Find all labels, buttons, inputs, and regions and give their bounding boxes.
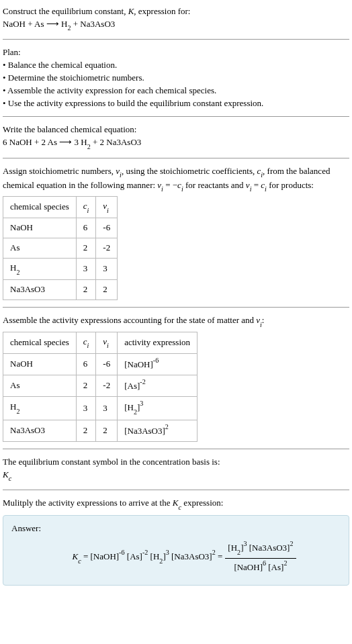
eq-text: [As] xyxy=(125,552,142,562)
table-row: NaOH 6 -6 [NaOH]-6 xyxy=(3,353,197,375)
col-species: chemical species xyxy=(3,332,77,353)
eq-text: = [NaOH] xyxy=(81,552,119,562)
act-exp: 2 xyxy=(165,423,169,430)
plan-header: Plan: xyxy=(3,46,349,59)
cell-v: -6 xyxy=(96,218,118,238)
cell-activity: [NaOH]-6 xyxy=(118,353,197,375)
Kc-K: K xyxy=(3,469,9,479)
act-exp: -6 xyxy=(153,357,159,364)
fraction-numerator: [H2]3 [Na3AsO3]2 xyxy=(225,541,296,559)
unbalanced-equation-b: + Na3AsO3 xyxy=(71,19,115,29)
eq-symbol-text: The equilibrium constant symbol in the c… xyxy=(3,456,349,469)
i-sub: i xyxy=(120,171,122,179)
exp: -2 xyxy=(142,549,148,556)
fraction-denominator: [NaOH]6 [As]2 xyxy=(231,559,290,574)
stoich-table: chemical species ci νi NaOH 6 -6 As 2 -2… xyxy=(3,196,118,300)
question-prompt: Construct the equilibrium constant, K, e… xyxy=(3,5,349,32)
col-c: ci xyxy=(76,332,96,353)
table-header-row: chemical species ci νi activity expressi… xyxy=(3,332,197,353)
balanced-eq-b: + 2 Na3AsO3 xyxy=(91,137,142,147)
balanced-section: Write the balanced chemical equation: 6 … xyxy=(3,124,349,150)
header-sub: i xyxy=(87,207,89,214)
Kc-c: c xyxy=(9,475,12,482)
exp: 2 xyxy=(290,540,293,547)
stoich-text: , using the stoichiometric coefficients, xyxy=(122,166,257,176)
table-row: NaOH 6 -6 xyxy=(3,218,118,238)
cell-v: -2 xyxy=(96,238,118,259)
balanced-eq-a: 6 NaOH + 2 As ⟶ 3 H xyxy=(3,137,87,147)
table-row: As 2 -2 [As]-2 xyxy=(3,375,197,396)
multiply-section: Mulitply the activity expressions to arr… xyxy=(3,497,349,586)
table-header-row: chemical species ci νi xyxy=(3,197,118,218)
col-activity: activity expression xyxy=(118,332,197,353)
col-v: νi xyxy=(96,197,118,218)
sub-2: 2 xyxy=(67,24,71,32)
unbalanced-equation-a: NaOH + As ⟶ H xyxy=(3,19,67,29)
answer-box: Answer: Kc = [NaOH]-6 [As]-2 [H2]3 [Na3A… xyxy=(3,515,349,586)
cell-species: Na3AsO3 xyxy=(3,280,77,300)
act-base: [As] xyxy=(124,381,140,391)
cell-c: 3 xyxy=(76,259,96,280)
table-row: Na3AsO3 2 2 xyxy=(3,280,118,300)
den-text: [NaOH] xyxy=(234,562,263,572)
balanced-header: Write the balanced chemical equation: xyxy=(3,124,349,136)
divider xyxy=(3,116,349,117)
cell-species: NaOH xyxy=(3,218,77,238)
plan-section: Plan: • Balance the chemical equation. •… xyxy=(3,46,349,109)
answer-lhs: Kc = [NaOH]-6 [As]-2 [H2]3 [Na3AsO3]2 = xyxy=(73,549,223,565)
exp: 6 xyxy=(263,559,266,567)
header-text: c xyxy=(83,336,87,347)
header-text: chemical species xyxy=(10,201,69,212)
act-exp: -2 xyxy=(140,378,145,385)
eq-text: [H xyxy=(148,552,159,562)
exp: 3 xyxy=(243,540,247,547)
Kc-c: c xyxy=(78,557,81,565)
stoich-text: for products: xyxy=(267,180,314,190)
answer-label: Answer: xyxy=(11,522,341,535)
header-sub: i xyxy=(107,207,109,214)
den-text: [As] xyxy=(266,562,283,572)
cell-species: NaOH xyxy=(3,353,77,375)
divider xyxy=(3,39,349,40)
multiply-text: Mulitply the activity expressions to arr… xyxy=(3,498,173,508)
header-text: c xyxy=(83,201,87,211)
cell-c: 2 xyxy=(76,280,96,300)
plan-item: • Assemble the activity expression for e… xyxy=(3,85,349,97)
divider xyxy=(3,449,349,449)
stoich-text: Assign stoichiometric numbers, xyxy=(3,166,116,176)
num-text: [H xyxy=(228,543,237,553)
stoich-section: Assign stoichiometric numbers, νi, using… xyxy=(3,165,349,301)
table-row: H2 3 3 [H2]3 xyxy=(3,397,197,420)
col-v: νi xyxy=(96,332,118,353)
header-sub: i xyxy=(107,342,109,349)
table-row: H2 3 3 xyxy=(3,259,118,280)
assemble-text: : xyxy=(262,315,265,325)
cell-v: -6 xyxy=(96,353,118,375)
i-sub: i xyxy=(261,171,263,179)
cell-c: 2 xyxy=(76,238,96,259)
cell-species: H2 xyxy=(3,259,77,280)
cell-v: -2 xyxy=(96,375,118,396)
species-text: H xyxy=(10,263,16,273)
i-sub: i xyxy=(260,321,262,328)
cell-c: 6 xyxy=(76,353,96,375)
answer-equation: Kc = [NaOH]-6 [As]-2 [H2]3 [Na3AsO3]2 = … xyxy=(11,541,341,574)
eq-text: [Na3AsO3] xyxy=(169,552,212,562)
eq-symbol-section: The equilibrium constant symbol in the c… xyxy=(3,456,349,483)
i-sub: i xyxy=(265,185,267,193)
col-c: ci xyxy=(76,197,96,218)
i-sub: i xyxy=(181,185,183,193)
cell-c: 3 xyxy=(76,397,96,420)
col-species: chemical species xyxy=(3,197,77,218)
plan-item: • Determine the stoichiometric numbers. xyxy=(3,72,349,85)
stoich-text: for reactants and xyxy=(183,180,246,190)
cell-species: As xyxy=(3,238,77,259)
species-sub: 2 xyxy=(16,269,19,276)
species-text: H xyxy=(10,402,16,412)
act-base: [H xyxy=(124,402,134,412)
act-exp: 3 xyxy=(140,400,143,407)
cell-species: Na3AsO3 xyxy=(3,420,77,441)
divider xyxy=(3,158,349,158)
nu: ν xyxy=(246,180,250,190)
divider xyxy=(3,307,349,308)
